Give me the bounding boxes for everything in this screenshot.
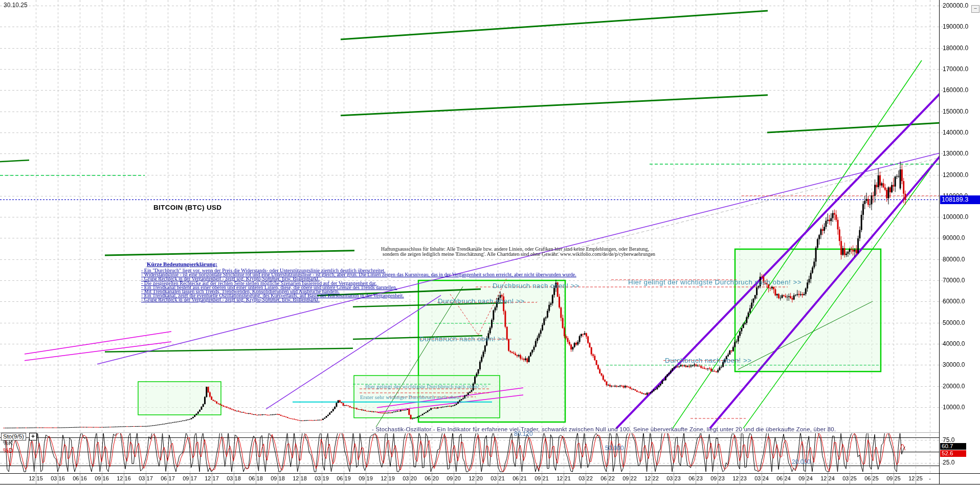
x-axis-tick-label: 06 16	[73, 475, 87, 481]
disclaimer-line-2: sondern die zeigen lediglich meine 'Eins…	[383, 251, 655, 257]
x-axis-tick-label: 03 16	[51, 475, 65, 481]
x-axis-tick-label: 09 22	[622, 475, 637, 481]
x-axis-tick-label: 03 19	[315, 475, 329, 481]
x-axis-tick-label: 12 25	[908, 475, 923, 481]
x-axis-tick-label: 03 17	[139, 475, 153, 481]
stochastic-k-value: 60.7	[940, 443, 966, 450]
x-axis-tick-label: 06 25	[864, 475, 879, 481]
x-axis-tick-label: 12 23	[732, 475, 747, 481]
y-axis-tick-label: 40000.0	[943, 340, 965, 347]
x-axis-tick-label: 12 19	[381, 475, 395, 481]
x-axis-tick-label: 03 20	[403, 475, 417, 481]
y-axis-tick-label: 150000.0	[943, 108, 968, 115]
stochastic-d-label: %D	[3, 447, 13, 454]
stochastic-d-value: 52.6	[940, 450, 966, 457]
y-axis-tick-label: 100000.0	[943, 213, 968, 221]
legend-title: Kürze Bedeutungserklärung:	[147, 261, 217, 267]
x-axis-tick-label: 03 25	[842, 475, 857, 481]
osc-tick-75: 75.0	[943, 436, 954, 444]
x-axis-tick-label: 03 18	[227, 475, 241, 481]
x-axis-tick-label: 12 24	[820, 475, 835, 481]
chart-annotation[interactable]: Erster sehr wichtiger Durchbruch nach ob…	[360, 394, 469, 400]
last-price-tag: 108189.3	[940, 195, 980, 204]
x-axis-tick-label: 09 20	[447, 475, 461, 481]
osc-level-label: 50.000	[605, 445, 624, 452]
chart-annotation[interactable]: Durchbruch nach oben! >>	[493, 282, 579, 290]
x-axis-tick-label: 06 17	[161, 475, 175, 481]
y-axis-tick-label: 90000.0	[943, 234, 965, 241]
x-axis-tick-label: 03 22	[578, 475, 593, 481]
x-axis-tick-label: 09 23	[710, 475, 725, 481]
chart-annotation[interactable]: Hier gelingt der wichtigste Durchbruch n…	[365, 384, 487, 389]
osc-tick-25: 25.0	[943, 459, 954, 466]
y-axis-tick-label: 70000.0	[943, 277, 965, 284]
x-axis-tick-label: 09 21	[534, 475, 549, 481]
x-axis-tick-label: 09 24	[798, 475, 813, 481]
x-axis-tick-label: 03 24	[754, 475, 769, 481]
x-axis-tick-label: 06 18	[249, 475, 263, 481]
y-axis-tick-label: 60000.0	[943, 298, 965, 305]
chart-date-label: 30.10.25	[4, 2, 28, 9]
x-axis-tick-label: 09 16	[95, 475, 109, 481]
x-axis-trailing-label: -	[929, 475, 931, 481]
x-axis-tick-label: 06 23	[688, 475, 703, 481]
x-axis-tick-label: 06 24	[776, 475, 791, 481]
y-axis-tick-label: 130000.0	[943, 150, 968, 157]
x-axis-tick-label: 12 20	[469, 475, 483, 481]
x-axis-tick-label: 09 18	[271, 475, 285, 481]
x-axis-tick-label: 12 17	[205, 475, 219, 481]
y-axis-tick-label: 160000.0	[943, 86, 968, 94]
y-axis-tick-label: 80000.0	[943, 256, 965, 263]
collapse-button[interactable]: −	[971, 5, 979, 13]
x-axis-tick-label: 03 21	[491, 475, 505, 481]
y-axis-tick-label: 10000.0	[943, 404, 965, 411]
chart-canvas[interactable]	[0, 0, 980, 485]
btc-chart-window: 30.10.25 BITCOIN (BTC) USD − Haftungsaus…	[0, 0, 980, 485]
y-axis-tick-label: 140000.0	[943, 129, 968, 136]
x-axis-tick-label: 06 21	[513, 475, 527, 481]
y-axis-tick-label: 120000.0	[943, 171, 968, 179]
x-axis-tick-label: 12 21	[556, 475, 571, 481]
chart-annotation[interactable]: Durchbruch nach oben! >>	[419, 335, 506, 343]
x-axis-tick-label: 06 19	[337, 475, 351, 481]
x-axis-tick-label: 12 18	[293, 475, 307, 481]
y-axis-tick-label: 30000.0	[943, 361, 965, 368]
legend-line: - Grüne Rechteck in der Vergangenheit - …	[141, 298, 320, 302]
y-axis-tick-label: 170000.0	[943, 65, 968, 73]
x-axis-tick-label: 06 20	[425, 475, 439, 481]
x-axis-tick-label: 09 19	[359, 475, 373, 481]
x-axis-tick-label: 03 23	[666, 475, 681, 481]
x-axis-tick-label: 06 22	[600, 475, 615, 481]
x-axis-tick-label: 09 25	[886, 475, 901, 481]
chart-annotation[interactable]: Durchbruch nach oben! >>	[665, 357, 751, 364]
x-axis-tick-label: 12 16	[117, 475, 131, 481]
chart-annotation[interactable]: Durchbruch nach oben! >>	[438, 297, 524, 305]
y-axis-tick-label: 180000.0	[943, 45, 968, 52]
chart-title: BITCOIN (BTC) USD	[153, 204, 221, 211]
y-axis-tick-label: 190000.0	[943, 23, 968, 30]
y-axis-tick-label: 200000.0	[943, 2, 968, 9]
stochastic-k-label: %K	[3, 439, 13, 447]
y-axis-tick-label: 50000.0	[943, 319, 965, 326]
add-indicator-button[interactable]: +	[29, 433, 37, 440]
chart-annotation[interactable]: Hier gelingt der wichtigste Durchbruch n…	[628, 278, 801, 286]
osc-level-label: 20.000	[792, 458, 811, 466]
y-axis-tick-label: 20000.0	[943, 383, 965, 390]
x-axis-tick-label: 12 22	[644, 475, 659, 481]
x-axis-tick-label: 09 17	[183, 475, 197, 481]
oscillator-description: - Stochastik-Oszillator - Ein Indikator …	[372, 426, 836, 432]
x-axis-tick-label: 12 15	[29, 475, 43, 481]
